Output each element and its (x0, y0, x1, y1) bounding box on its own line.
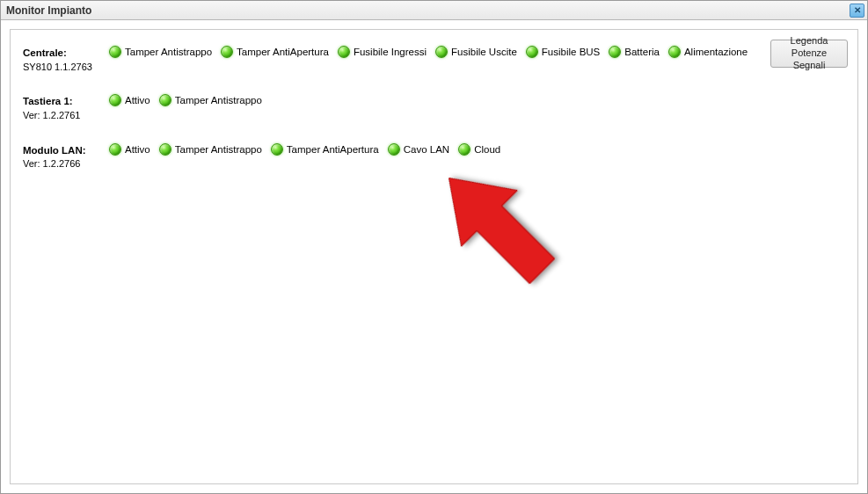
content: Legenda Potenze Segnali Centrale: SY810 … (1, 20, 867, 493)
status-label: Tamper AntiApertura (287, 144, 379, 155)
status-item: Cavo LAN (388, 143, 449, 156)
device-label: Tastiera 1: Ver: 1.2.2761 (23, 94, 109, 121)
device-version: SY810 1.1.2763 (23, 61, 109, 74)
status-item: Fusibile Uscite (435, 46, 517, 58)
led-icon (109, 94, 121, 106)
status-label: Alimentazione (684, 47, 748, 57)
legend-button[interactable]: Legenda Potenze Segnali (770, 40, 848, 68)
status-item: Fusibile BUS (526, 46, 600, 58)
status-label: Fusibile Ingressi (354, 47, 427, 57)
device-name: Centrale: (23, 47, 109, 61)
status-item: Tamper AntiApertura (221, 46, 329, 58)
led-icon (338, 46, 350, 58)
device-version: Ver: 1.2.2766 (23, 157, 109, 171)
led-icon (221, 46, 233, 58)
led-icon (159, 143, 171, 156)
led-icon (271, 143, 283, 156)
led-icon (109, 46, 121, 58)
device-label: Modulo LAN: Ver: 1.2.2766 (23, 143, 109, 171)
status-label: Tamper Antistrappo (175, 95, 262, 105)
led-icon (526, 46, 538, 58)
status-item: Tamper AntiApertura (271, 143, 379, 156)
close-icon: ✕ (854, 6, 861, 15)
status-item: Tamper Antistrappo (109, 46, 212, 58)
svg-marker-0 (433, 153, 565, 299)
status-label: Cavo LAN (404, 144, 449, 155)
device-version: Ver: 1.2.2761 (23, 109, 109, 122)
status-list: Attivo Tamper Antistrappo Tamper AntiApe… (109, 143, 500, 156)
status-item: Cloud (458, 143, 500, 156)
status-item: Attivo (109, 94, 150, 106)
led-icon (159, 94, 171, 106)
window-title: Monitor Impianto (6, 4, 91, 17)
status-item: Tamper Antistrappo (159, 94, 262, 106)
status-label: Batteria (624, 47, 660, 57)
led-icon (109, 143, 121, 156)
annotation-arrow-icon (433, 153, 565, 306)
status-item: Fusibile Ingressi (338, 46, 427, 58)
device-row: Centrale: SY810 1.1.2763 Tamper Antistra… (23, 46, 845, 73)
content-inner: Legenda Potenze Segnali Centrale: SY810 … (10, 29, 858, 484)
status-label: Tamper Antistrappo (125, 47, 212, 57)
device-row: Tastiera 1: Ver: 1.2.2761 Attivo Tamper … (23, 94, 845, 121)
status-label: Fusibile Uscite (451, 47, 517, 57)
window: Monitor Impianto ✕ Legenda Potenze Segna… (0, 0, 868, 494)
status-label: Attivo (125, 144, 150, 155)
device-name: Modulo LAN: (23, 144, 109, 158)
led-icon (435, 46, 448, 58)
led-icon (458, 143, 470, 156)
status-item: Alimentazione (668, 46, 748, 58)
device-name: Tastiera 1: (23, 95, 109, 109)
status-list: Tamper Antistrappo Tamper AntiApertura F… (109, 46, 748, 58)
status-item: Attivo (109, 143, 150, 156)
status-label: Attivo (125, 95, 150, 105)
led-icon (609, 46, 621, 58)
device-label: Centrale: SY810 1.1.2763 (23, 46, 109, 73)
status-label: Cloud (474, 144, 500, 155)
status-item: Tamper Antistrappo (159, 143, 262, 156)
status-label: Tamper Antistrappo (175, 144, 262, 155)
status-list: Attivo Tamper Antistrappo (109, 94, 262, 106)
close-button[interactable]: ✕ (850, 4, 864, 18)
status-item: Batteria (609, 46, 660, 58)
led-icon (388, 143, 400, 156)
status-label: Fusibile BUS (542, 47, 600, 57)
led-icon (668, 46, 681, 58)
status-label: Tamper AntiApertura (237, 47, 329, 57)
titlebar: Monitor Impianto ✕ (1, 1, 867, 20)
device-row: Modulo LAN: Ver: 1.2.2766 Attivo Tamper … (23, 143, 845, 171)
